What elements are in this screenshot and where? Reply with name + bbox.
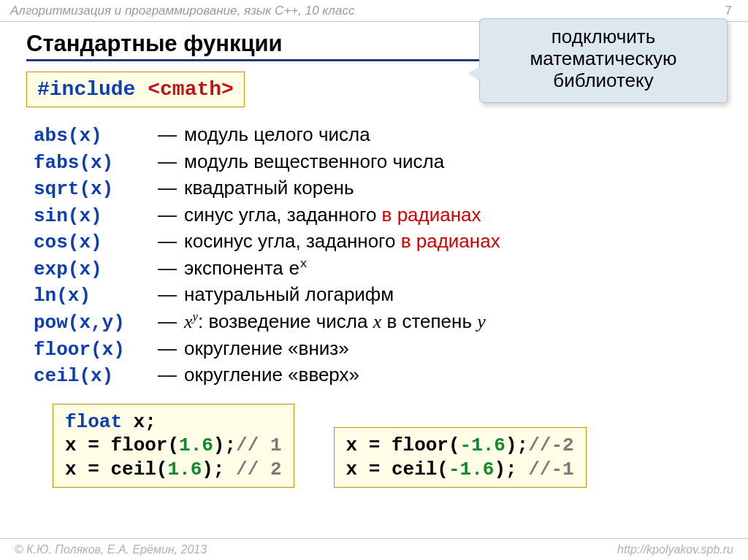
callout-line: математическую bbox=[493, 48, 714, 70]
func-desc: округление «вверх» bbox=[184, 362, 359, 388]
func-name: pow(x,y) bbox=[34, 310, 158, 336]
page-footer: © К.Ю. Поляков, Е.А. Ерёмин, 2013 http:/… bbox=[0, 538, 748, 560]
function-row: ceil(x) — округление «вверх» bbox=[34, 362, 728, 389]
examples-row: float x; x = floor(1.6);// 1 x = ceil(1.… bbox=[53, 404, 728, 488]
func-name: floor(x) bbox=[34, 337, 158, 363]
function-row: sin(x) — синус угла, заданного в радиана… bbox=[34, 202, 728, 229]
dash: — bbox=[158, 149, 184, 174]
func-name: abs(x) bbox=[34, 123, 158, 149]
preproc-directive: #include bbox=[37, 78, 135, 101]
callout-tooltip: подключить математическую библиотеку bbox=[479, 18, 728, 103]
func-name: ln(x) bbox=[34, 283, 158, 309]
footer-authors: © К.Ю. Поляков, Е.А. Ерёмин, 2013 bbox=[15, 543, 207, 556]
page-number: 7 bbox=[725, 4, 732, 18]
func-name: sin(x) bbox=[34, 204, 158, 229]
func-desc: синус угла, заданного в радианах bbox=[184, 202, 481, 228]
func-name: cos(x) bbox=[34, 230, 158, 256]
func-name: sqrt(x) bbox=[34, 177, 158, 202]
func-desc: натуральный логарифм bbox=[184, 282, 394, 307]
function-row: cos(x) — косинус угла, заданного в радиа… bbox=[34, 229, 728, 256]
dash: — bbox=[158, 175, 184, 201]
function-row: ln(x) — натуральный логарифм bbox=[34, 282, 728, 309]
func-name: ceil(x) bbox=[34, 364, 158, 389]
dash: — bbox=[158, 202, 184, 228]
include-codebox: #include <cmath> bbox=[26, 72, 245, 107]
func-name: fabs(x) bbox=[34, 150, 158, 176]
dash: — bbox=[158, 256, 184, 281]
function-list: abs(x) — модуль целого числа fabs(x) — м… bbox=[34, 122, 728, 389]
slide-body: Стандартные функции #include <cmath> под… bbox=[0, 22, 748, 538]
function-row: exp(x) — экспонента ex bbox=[34, 256, 728, 283]
func-desc: квадратный корень bbox=[184, 175, 354, 201]
func-desc: модуль вещественного числа bbox=[184, 149, 444, 174]
function-row: floor(x) — округление «вниз» bbox=[34, 336, 728, 363]
dash: — bbox=[158, 122, 184, 147]
dash: — bbox=[158, 362, 184, 388]
dash: — bbox=[158, 309, 184, 334]
callout-line: подключить bbox=[493, 26, 714, 48]
dash: — bbox=[158, 229, 184, 254]
func-desc: модуль целого числа bbox=[184, 122, 370, 147]
function-row: sqrt(x) — квадратный корень bbox=[34, 175, 728, 202]
example-left: float x; x = floor(1.6);// 1 x = ceil(1.… bbox=[53, 404, 294, 488]
function-row: abs(x) — модуль целого числа bbox=[34, 122, 728, 149]
include-header: <cmath> bbox=[148, 78, 234, 101]
func-desc: экспонента ex bbox=[184, 256, 308, 283]
callout-line: библиотеку bbox=[493, 70, 714, 92]
example-right: x = floor(-1.6);//-2 x = ceil(-1.6); //-… bbox=[334, 427, 587, 488]
func-desc: округление «вниз» bbox=[184, 336, 349, 361]
dash: — bbox=[158, 282, 184, 307]
func-desc: xy: возведение числа x в степень y bbox=[184, 309, 486, 335]
dash: — bbox=[158, 336, 184, 361]
footer-url: http://kpolyakov.spb.ru bbox=[617, 543, 733, 556]
func-name: exp(x) bbox=[34, 257, 158, 283]
func-desc: косинус угла, заданного в радианах bbox=[184, 229, 500, 254]
function-row: fabs(x) — модуль вещественного числа bbox=[34, 149, 728, 176]
course-title: Алгоритмизация и программирование, язык … bbox=[10, 4, 354, 18]
function-row: pow(x,y) — xy: возведение числа x в степ… bbox=[34, 309, 728, 336]
